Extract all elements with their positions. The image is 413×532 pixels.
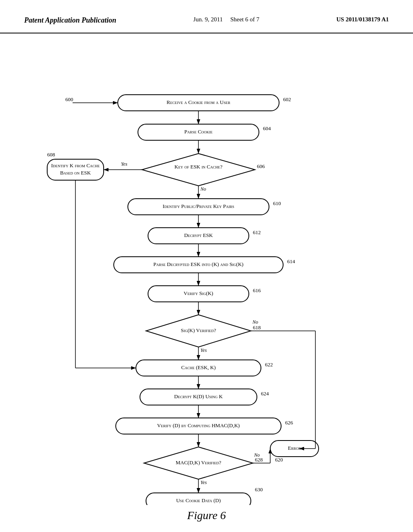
- text-612: Decrypt ESK: [184, 232, 213, 238]
- sheet-number: Sheet 6 of 7: [230, 16, 259, 23]
- ref-624: 624: [261, 391, 269, 397]
- text-608a: Identify K from Cache: [51, 162, 100, 168]
- diamond-606: [142, 154, 255, 186]
- ref-612: 612: [253, 229, 261, 235]
- text-630: Use Cookie Data (D): [176, 497, 221, 503]
- ref-604: 604: [263, 125, 271, 131]
- header-center: Jun. 9, 2011 Sheet 6 of 7: [193, 16, 259, 23]
- publication-date: Jun. 9, 2011: [193, 16, 223, 23]
- ref-622: 622: [265, 362, 273, 368]
- ref-630: 630: [255, 486, 263, 493]
- text-608b: Based on ESK: [60, 170, 91, 176]
- page-header: Patent Application Publication Jun. 9, 2…: [0, 0, 413, 33]
- ref-626: 626: [285, 420, 293, 426]
- text-626: Verify (D) by Computing HMAC(D,K): [157, 422, 240, 428]
- figure-label: Figure 6: [0, 509, 413, 522]
- text-614: Parse Decrypted ESK into (K) and Sig(K): [153, 261, 243, 267]
- label-600: 600: [65, 96, 73, 102]
- text-618: Sig(K) Verified?: [181, 327, 216, 333]
- text-604: Parse Cookie: [184, 129, 213, 135]
- diagram-area: .box-text { font-family: 'Times New Roma…: [0, 33, 413, 530]
- ref-610: 610: [273, 200, 281, 206]
- yes-label-618: Yes: [200, 347, 207, 353]
- text-606: Key of ESK in Cache?: [175, 164, 223, 170]
- yes-label-606: Yes: [121, 161, 127, 167]
- ref-614: 614: [287, 258, 295, 264]
- publication-title: Patent Application Publication: [24, 16, 116, 25]
- text-620: Error: [288, 445, 301, 451]
- ref-618: 618: [253, 324, 261, 330]
- ref-616: 616: [253, 287, 261, 293]
- text-602: Receive a Cookie from a User: [167, 99, 230, 105]
- ref-602: 602: [283, 96, 291, 102]
- no-label-628: No: [254, 452, 260, 458]
- patent-number: US 2011/0138179 A1: [336, 16, 389, 23]
- text-616: Verify Sig(K): [184, 290, 213, 296]
- no-label-618: No: [252, 319, 258, 325]
- flowchart-svg: .box-text { font-family: 'Times New Roma…: [25, 42, 388, 505]
- ref-620: 620: [275, 457, 283, 463]
- no-label-606: No: [200, 186, 206, 192]
- text-610: Identify Public/Private Key Pairs: [163, 203, 234, 209]
- ref-606: 606: [257, 163, 265, 169]
- ref-608: 608: [47, 152, 55, 158]
- yes-label-628: Yes: [200, 480, 207, 485]
- text-624: Decrypt K(D) Using K: [174, 393, 223, 399]
- text-628: MAC(D,K) Verified?: [176, 459, 221, 466]
- text-622: Cache (ESK, K): [181, 364, 216, 370]
